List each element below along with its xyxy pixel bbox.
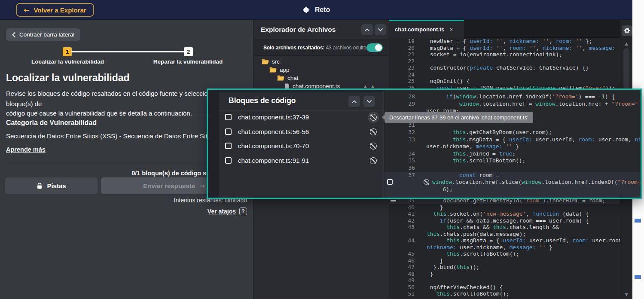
line-number: 19 bbox=[389, 38, 415, 45]
code-line-22: 22 bbox=[389, 58, 620, 65]
collapse-sidebar-button[interactable]: Contraer barra lateral bbox=[6, 28, 80, 41]
code-token: window bbox=[535, 101, 555, 107]
scroll-down-icon[interactable]: ▼ bbox=[620, 292, 632, 297]
code-line: this.chats.push(data.message); bbox=[389, 231, 620, 238]
explorer-expand-button[interactable] bbox=[375, 24, 386, 35]
line-number: 37 bbox=[384, 172, 415, 179]
code-token: } bbox=[430, 271, 433, 277]
submit-label: Enviar respuesta bbox=[143, 182, 195, 189]
explorer-collapse-button[interactable] bbox=[361, 24, 373, 35]
code-token: room = bbox=[476, 172, 499, 178]
help-badge[interactable]: ? bbox=[239, 207, 247, 215]
code-token: , bbox=[503, 45, 509, 51]
code-blocks-header: Bloques de código bbox=[219, 92, 384, 110]
code-token: (data) { bbox=[559, 211, 589, 217]
block-label: chat.component.ts:37-39 bbox=[238, 113, 309, 121]
scroll-up-icon[interactable]: ▲ bbox=[620, 41, 632, 46]
discard-block-icon[interactable] bbox=[370, 128, 377, 135]
code-token: room: bbox=[578, 136, 595, 143]
code-token: '' bbox=[576, 45, 582, 51]
code-token: room: bbox=[572, 237, 589, 244]
line-number bbox=[389, 231, 415, 238]
code-token: private bbox=[470, 64, 493, 71]
highlighted-code-pane: 28 if(window.location.href.indexOf('?roo… bbox=[384, 90, 641, 198]
discard-block-icon[interactable] bbox=[370, 114, 377, 121]
block-checkbox[interactable] bbox=[225, 128, 232, 135]
code-token: this bbox=[453, 136, 466, 143]
code-token: '' bbox=[543, 38, 549, 44]
scrollbar-thumb[interactable] bbox=[623, 48, 629, 89]
code-token: nickna bbox=[635, 136, 641, 143]
code-token: this bbox=[446, 250, 460, 257]
code-token: + bbox=[638, 101, 641, 107]
block-checkbox[interactable] bbox=[225, 114, 232, 120]
code-token: window bbox=[432, 179, 452, 185]
tree-item-chat[interactable]: chat bbox=[254, 74, 389, 82]
block-checkbox[interactable] bbox=[225, 157, 232, 164]
shortcuts-row: Ver atajos ? bbox=[129, 207, 247, 215]
code-block-checkbox[interactable] bbox=[387, 179, 393, 185]
code-token: userId: bbox=[509, 136, 532, 143]
chevron-left-icon bbox=[12, 32, 15, 37]
code-token: (user && data.message.room === user.room… bbox=[446, 217, 589, 224]
line-number bbox=[384, 143, 415, 150]
hints-button[interactable]: Pistas bbox=[5, 177, 98, 194]
code-token: room: bbox=[510, 45, 526, 51]
learn-more-link[interactable]: Aprende más bbox=[6, 146, 46, 153]
code-token: '' bbox=[576, 38, 582, 44]
code-token bbox=[572, 45, 576, 51]
hints-label: Pistas bbox=[47, 182, 66, 189]
code-token: this bbox=[453, 129, 466, 135]
step-indicator-1: 1 bbox=[63, 47, 72, 56]
block-checkbox[interactable] bbox=[225, 143, 232, 149]
code-token: this bbox=[456, 264, 470, 270]
back-to-explore-button[interactable]: ← Volver a Explorar bbox=[16, 3, 94, 17]
discard-block-icon[interactable] bbox=[370, 143, 377, 150]
chevron-up-icon bbox=[352, 100, 357, 103]
code-block-item[interactable]: chat.component.ts:37-39 bbox=[219, 110, 384, 125]
tree-item-markers: ▲▲ bbox=[364, 84, 378, 88]
line-number bbox=[384, 179, 415, 186]
line-number bbox=[389, 244, 415, 251]
code-line-44: 44 this.msgData = { userId: user.userId,… bbox=[389, 237, 620, 244]
code-token: .location.href.indexOf( bbox=[476, 93, 552, 100]
discard-block-icon[interactable] bbox=[370, 157, 377, 164]
line-number: 35 bbox=[384, 157, 415, 165]
tab-close-icon[interactable]: × bbox=[450, 26, 453, 33]
code-token: userId: bbox=[503, 237, 526, 244]
discard-block-icon[interactable] bbox=[424, 179, 429, 185]
code-token: '' bbox=[496, 45, 503, 51]
code-token: '' bbox=[496, 38, 503, 44]
code-line-41: 41 this.socket.on('new-message', functio… bbox=[389, 211, 620, 217]
line-number: 48 bbox=[389, 271, 415, 278]
tree-item-app[interactable]: app bbox=[254, 66, 389, 74]
code-token: , bbox=[526, 211, 532, 217]
code-block-item[interactable]: chat.component.ts:56-56 bbox=[219, 125, 384, 140]
code-line-28: 28 if(window.location.href.indexOf('?roo… bbox=[384, 93, 641, 101]
code-token: this bbox=[433, 211, 446, 217]
blocks-collapse-button[interactable] bbox=[348, 96, 360, 107]
code-token bbox=[615, 45, 619, 51]
puzzle-icon bbox=[302, 6, 311, 14]
code-token: user.nickname, bbox=[426, 143, 476, 150]
code-token: , bbox=[503, 38, 509, 44]
code-token: } bbox=[440, 257, 443, 264]
toggle-knob bbox=[375, 44, 382, 51]
code-token: '' bbox=[539, 244, 546, 250]
highlighted-files-toggle[interactable] bbox=[366, 43, 383, 52]
step-indicator-2: 2 bbox=[184, 47, 193, 56]
tree-item-src[interactable]: src bbox=[254, 58, 389, 66]
code-token: .chats && bbox=[460, 224, 493, 230]
code-token: ngOnInit() { bbox=[430, 78, 470, 84]
editor-settings-button[interactable] bbox=[622, 25, 632, 36]
code-token: userId: bbox=[470, 45, 493, 51]
instructions-part3: código que cause la vulnerabilidad que s… bbox=[6, 110, 192, 117]
top-bar: ← Volver a Explorar Reto bbox=[0, 0, 632, 20]
blocks-expand-button[interactable] bbox=[363, 96, 375, 107]
editor-tab-active[interactable]: chat.component.ts × bbox=[389, 20, 464, 38]
code-block-item[interactable]: chat.component.ts:91-91 bbox=[219, 154, 384, 168]
code-token: .getChatByRoom(user.room); bbox=[466, 129, 552, 135]
code-block-item[interactable]: chat.component.ts:70-70 bbox=[219, 139, 384, 154]
code-token: .location.href = bbox=[479, 101, 535, 107]
view-shortcuts-link[interactable]: Ver atajos bbox=[208, 208, 236, 215]
